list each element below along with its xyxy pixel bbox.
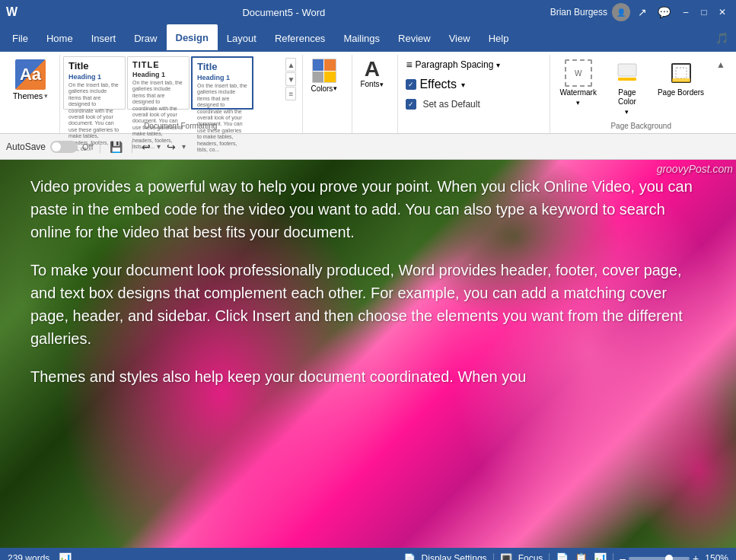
swatch-yellow (324, 72, 336, 83)
maximize-button[interactable]: □ (696, 5, 712, 20)
autosave-state: Off (82, 142, 93, 151)
set-default-row[interactable]: ✓ Set as Default (401, 96, 487, 113)
style-preview-2-title: TITLE (132, 60, 184, 69)
display-settings[interactable]: Display Settings (422, 553, 487, 560)
style-preview-3[interactable]: Title Heading 1 On the Insert tab, the g… (191, 56, 253, 110)
redo-button[interactable]: ↪ (164, 139, 179, 154)
swatch-gray (313, 72, 324, 83)
style-preview-3-text: On the Insert tab, the galleries include… (197, 83, 247, 153)
status-divider-1 (493, 553, 494, 560)
fonts-group-content: A Fonts ▾ (355, 56, 393, 127)
view-icon-1[interactable]: 📄 (556, 552, 569, 560)
username: Brian Burgess (550, 7, 607, 18)
toggle-knob (52, 142, 61, 151)
qa-divider-1 (100, 141, 100, 153)
zoom-track[interactable] (629, 557, 690, 560)
themes-group: Aa Themes ▾ (3, 55, 60, 133)
undo-button[interactable]: ↩ (139, 139, 154, 154)
page-background-group: W Watermark ▾ PageColor ▾ (550, 55, 733, 133)
style-nav-more[interactable]: ≡ (285, 87, 296, 100)
zoom-in-button[interactable]: + (693, 552, 699, 560)
themes-button[interactable]: Aa Themes ▾ (6, 56, 55, 103)
autosave-toggle[interactable] (50, 141, 78, 153)
style-preview-3-title: Title (197, 61, 247, 72)
colors-group: Colors ▾ (303, 55, 352, 133)
colors-label: Colors (311, 84, 333, 93)
tab-view[interactable]: View (440, 24, 480, 52)
window-controls: – □ ✕ (678, 5, 730, 20)
para-spacing-label: Paragraph Spacing (416, 59, 494, 70)
para-spacing-dropdown: ▾ (496, 61, 500, 69)
effects-checkbox[interactable]: ✓ (406, 79, 416, 90)
colors-button[interactable]: Colors ▾ (306, 56, 342, 95)
watermark-button[interactable]: W Watermark ▾ (553, 56, 603, 110)
comments-icon[interactable]: 💬 (655, 5, 674, 20)
tab-references[interactable]: References (266, 24, 334, 52)
colors-swatch (312, 59, 336, 83)
colors-dropdown-icon: ▾ (333, 84, 337, 92)
collapse-ribbon-button[interactable]: ▲ (713, 56, 728, 73)
themes-dropdown-icon: ▾ (44, 92, 48, 100)
effects-dropdown: ▾ (461, 81, 465, 89)
document-text-content[interactable]: Video provides a powerful way to help yo… (30, 175, 706, 403)
ribbon-display-icon[interactable]: 🎵 (711, 29, 733, 47)
tab-insert[interactable]: Insert (82, 24, 126, 52)
style-preview-1[interactable]: Title Heading 1 On the Insert tab, the g… (63, 56, 126, 110)
svg-rect-0 (618, 64, 636, 76)
style-nav-up[interactable]: ▲ (285, 58, 296, 72)
zoom-out-button[interactable]: – (620, 552, 626, 560)
user-section: Brian Burgess 👤 ↗ 💬 – □ ✕ (550, 3, 730, 21)
tab-help[interactable]: Help (480, 24, 518, 52)
tab-review[interactable]: Review (389, 24, 440, 52)
view-icon-3[interactable]: 📊 (594, 552, 607, 560)
effects-row[interactable]: ✓ Effects ▾ (401, 76, 470, 93)
proofing-icon[interactable]: 📊 (59, 552, 72, 560)
tab-mailings[interactable]: Mailings (334, 24, 389, 52)
paragraph-2: To make your document look professionall… (30, 259, 706, 350)
word-count[interactable]: 239 words (8, 553, 49, 560)
display-settings-icon[interactable]: 📄 (403, 553, 416, 561)
svg-rect-3 (676, 68, 687, 78)
themes-group-content: Aa Themes ▾ (6, 56, 55, 127)
document-area[interactable]: groovyPost.com Video provides a powerful… (0, 160, 736, 548)
page-color-icon (613, 59, 641, 87)
zoom-level[interactable]: 150% (705, 553, 728, 560)
undo-dropdown[interactable]: ▾ (157, 142, 161, 151)
status-divider-3 (613, 553, 613, 560)
style-nav-down[interactable]: ▼ (285, 72, 296, 86)
style-preview-2[interactable]: TITLE Heading 1 On the Insert tab, the g… (127, 56, 190, 110)
page-bg-buttons: W Watermark ▾ PageColor ▾ (553, 56, 710, 119)
set-default-label: Set as Default (419, 97, 483, 111)
fonts-button[interactable]: A Fonts ▾ (355, 56, 388, 91)
tab-file[interactable]: File (3, 24, 37, 52)
save-button[interactable]: 💾 (107, 139, 126, 154)
page-color-button[interactable]: PageColor ▾ (607, 56, 647, 119)
fonts-icon: A (365, 59, 380, 80)
qa-divider-2 (132, 141, 132, 153)
themes-label: Themes (13, 91, 43, 100)
paragraph-spacing-button[interactable]: ≡ Paragraph Spacing ▾ (401, 56, 505, 73)
page-bg-group-label: Page Background (553, 120, 728, 132)
minimize-button[interactable]: – (678, 5, 693, 20)
tab-draw[interactable]: Draw (125, 24, 166, 52)
qa-more-button[interactable]: ▾ (182, 142, 186, 151)
style-nav-arrows: ▲ ▼ ≡ (284, 56, 298, 102)
focus-icon[interactable]: 🔳 (500, 553, 512, 561)
title-bar-left: W (6, 5, 18, 19)
swatch-blue (313, 59, 324, 71)
tab-design[interactable]: Design (167, 24, 218, 52)
paragraph-1: Video provides a powerful way to help yo… (30, 175, 706, 243)
close-button[interactable]: ✕ (715, 5, 730, 20)
page-borders-button[interactable]: Page Borders (652, 56, 710, 100)
zoom-slider[interactable]: – + (620, 552, 699, 560)
tab-home[interactable]: Home (37, 24, 82, 52)
view-icon-2[interactable]: 📋 (575, 552, 588, 560)
share-icon[interactable]: ↗ (635, 5, 650, 20)
zoom-thumb (665, 555, 673, 560)
page-borders-label: Page Borders (658, 88, 704, 97)
watermark-dropdown-icon: ▾ (576, 99, 580, 107)
focus-label[interactable]: Focus (518, 553, 543, 560)
set-default-checkbox[interactable]: ✓ (406, 99, 416, 110)
effects-group-label (401, 129, 545, 132)
tab-layout[interactable]: Layout (218, 24, 266, 52)
